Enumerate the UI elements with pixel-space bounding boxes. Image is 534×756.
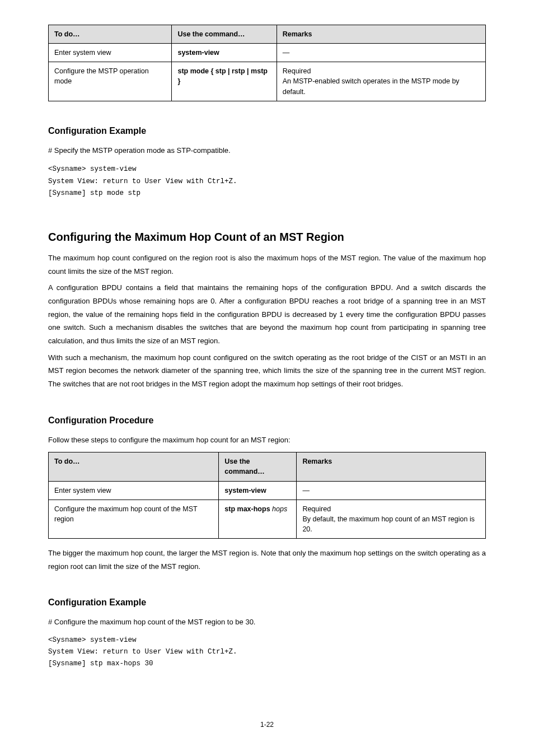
- heading-config-example-1: Configuration Example: [48, 126, 486, 136]
- section-para-1: A configuration BPDU contains a field th…: [48, 281, 486, 347]
- page-number: 1-22: [48, 721, 486, 729]
- code-line: <Sysname> system-view: [48, 164, 486, 175]
- table1-r0-c1: system-view: [172, 44, 277, 62]
- table2-r0-c2: —: [297, 481, 486, 500]
- example2-intro: # Configure the maximum hop count of the…: [48, 615, 486, 629]
- table-row: Configure the maximum hop count of the M…: [49, 500, 486, 538]
- heading-config-example-2: Configuration Example: [48, 598, 486, 608]
- heading-max-hop-count: Configuring the Maximum Hop Count of an …: [48, 231, 486, 244]
- table1-r0-c0: Enter system view: [49, 44, 172, 62]
- table2-header-0: To do…: [49, 452, 219, 481]
- heading-config-procedure: Configuration Procedure: [48, 416, 486, 426]
- example2-code-block: <Sysname> system-view System View: retur…: [48, 634, 486, 670]
- table2-intro: Follow these steps to configure the maxi…: [48, 433, 486, 447]
- code-line: System View: return to User View with Ct…: [48, 176, 486, 188]
- table-row: Enter system view system-view —: [49, 481, 486, 500]
- table1-header-1: Use the command…: [172, 25, 277, 44]
- table-row: Enter system view system-view —: [49, 44, 486, 62]
- table1-r1-c1: stp mode { stp | rstp | mstp }: [172, 62, 277, 101]
- section-para-0: The maximum hop count configured on the …: [48, 251, 486, 278]
- after-note: The bigger the maximum hop count, the la…: [48, 547, 486, 573]
- section-para-2: With such a mechanism, the maximum hop c…: [48, 351, 486, 391]
- table2-r1-c2: RequiredBy default, the maximum hop coun…: [297, 500, 486, 538]
- table-max-hop-count: To do… Use the command… Remarks Enter sy…: [48, 452, 486, 539]
- table2-r1-c1-italic: hops: [272, 505, 287, 513]
- table1-r1-c2: RequiredAn MSTP-enabled switch operates …: [277, 62, 485, 101]
- table1-header-0: To do…: [49, 25, 172, 44]
- table-row: Configure the MSTP operation mode stp mo…: [49, 62, 486, 101]
- table2-r0-c0: Enter system view: [49, 481, 219, 500]
- table2-r0-c1: system-view: [219, 481, 297, 500]
- code-line: [Sysname] stp mode stp: [48, 188, 486, 199]
- table2-r1-c1-prefix: stp max-hops: [224, 505, 272, 513]
- table2-header-1: Use the command…: [219, 452, 297, 481]
- table1-r1-c0: Configure the MSTP operation mode: [49, 62, 172, 101]
- table2-r1-c1: stp max-hops hops: [219, 500, 297, 538]
- code-line: System View: return to User View with Ct…: [48, 646, 486, 658]
- example1-code-block: <Sysname> system-view System View: retur…: [48, 164, 486, 199]
- table-mstp-operation-mode: To do… Use the command… Remarks Enter sy…: [48, 25, 486, 101]
- table1-r0-c2: —: [277, 44, 485, 62]
- example1-intro: # Specify the MSTP operation mode as STP…: [48, 144, 486, 157]
- code-line: <Sysname> system-view: [48, 634, 486, 646]
- table2-header-2: Remarks: [297, 452, 486, 481]
- code-line: [Sysname] stp max-hops 30: [48, 658, 486, 670]
- table1-header-2: Remarks: [277, 25, 485, 44]
- table2-r1-c0: Configure the maximum hop count of the M…: [49, 500, 219, 538]
